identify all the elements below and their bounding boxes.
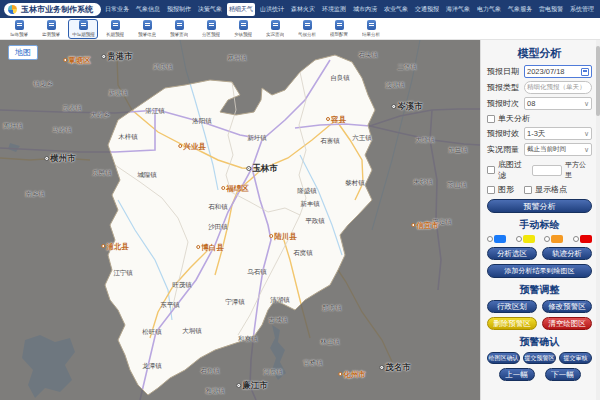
- radio-icon[interactable]: [487, 236, 493, 242]
- town-label: 林尘镇: [320, 338, 340, 347]
- county-label: 博白县: [196, 243, 224, 253]
- town-label: 石头镇: [358, 51, 378, 60]
- forecast-time-select[interactable]: 08 ∨: [524, 97, 592, 110]
- tool-item-0[interactable]: 短临预警: [4, 19, 34, 39]
- report-icon: [271, 20, 280, 30]
- radio-icon[interactable]: [573, 236, 579, 242]
- warning-color-option-0[interactable]: [487, 235, 506, 243]
- tool-item-5[interactable]: 预警查询: [164, 19, 194, 39]
- radio-icon[interactable]: [516, 236, 522, 242]
- nav-item-4[interactable]: 精细天气: [227, 3, 255, 16]
- county-marker-icon: [178, 144, 182, 148]
- report-icon: [367, 20, 376, 30]
- tool-item-7[interactable]: 乡镇预报: [228, 19, 258, 39]
- adjust-button-2[interactable]: 删除预警区: [487, 317, 537, 330]
- validity-row: 预报时效 1-3天 ∨: [487, 127, 592, 140]
- warning-confirm-title: 预警确认: [487, 335, 592, 349]
- nav-item-12[interactable]: 电力气象: [475, 3, 503, 16]
- single-day-checkbox[interactable]: [487, 115, 495, 123]
- city-label: 廉江市: [236, 380, 268, 392]
- map-layer-button[interactable]: 地图: [8, 45, 38, 60]
- manual-button-0[interactable]: 分析选区: [487, 247, 537, 260]
- county-marker-icon: [338, 372, 342, 376]
- town-label: 自良镇: [330, 74, 350, 83]
- filter-input[interactable]: [532, 165, 562, 176]
- warning-color-option-2[interactable]: [544, 235, 563, 243]
- town-label: 清湖镇: [270, 296, 290, 305]
- nav-item-8[interactable]: 城市内涝: [351, 3, 379, 16]
- forecast-date-input[interactable]: 2023/07/18: [524, 65, 592, 78]
- calendar-icon[interactable]: [581, 68, 589, 76]
- confirm-button-0[interactable]: 绘图区确认: [487, 352, 520, 364]
- nav-item-0[interactable]: 日常业务: [103, 3, 131, 16]
- nav-item-9[interactable]: 农业气象: [382, 3, 410, 16]
- confirm-button-2[interactable]: 提交审核: [559, 352, 592, 364]
- town-label: 乐民镇: [92, 169, 112, 178]
- report-icon: [143, 20, 152, 30]
- tool-item-2[interactable]: 中短期预报: [68, 19, 98, 39]
- nav-item-14[interactable]: 雷电预警: [537, 3, 565, 16]
- manual-button-1[interactable]: 轨迹分析: [542, 247, 592, 260]
- adjust-button-3[interactable]: 清空绘图区: [542, 317, 592, 330]
- confirm-button-1[interactable]: 提交预警区: [523, 352, 556, 364]
- town-label: 加益镇: [448, 146, 468, 155]
- county-label: 兴业县: [178, 142, 206, 152]
- city-marker-icon: [44, 156, 49, 161]
- county-marker-icon: [326, 117, 330, 121]
- town-label: 大垌镇: [182, 327, 202, 336]
- adjust-button-0[interactable]: 行政区划: [487, 300, 537, 313]
- frame-nav-button-1[interactable]: 下一幅: [545, 368, 581, 381]
- town-label: 南乡镇: [25, 190, 45, 199]
- tool-item-1[interactable]: 监测预警: [36, 19, 66, 39]
- validity-label: 预报时效: [487, 128, 524, 139]
- forecast-time-row: 预报时次 08 ∨: [487, 97, 592, 110]
- validity-select[interactable]: 1-3天 ∨: [524, 127, 592, 140]
- town-label: 湛江镇: [145, 107, 165, 116]
- county-label: 覃塘区: [63, 56, 91, 66]
- confirm-buttons: 绘图区确认提交预警区提交审核: [487, 352, 592, 364]
- nav-item-10[interactable]: 交通预报: [413, 3, 441, 16]
- town-label: 江宁镇: [113, 269, 133, 278]
- filter-checkbox[interactable]: [487, 166, 495, 174]
- scrollbar-thumb[interactable]: [596, 46, 600, 116]
- tool-item-11[interactable]: 结果分析: [356, 19, 386, 39]
- warning-color-option-3[interactable]: [573, 235, 592, 243]
- town-label: 波塘镇: [385, 81, 405, 90]
- nav-item-13[interactable]: 气象服务: [506, 3, 534, 16]
- nav-item-3[interactable]: 决策气象: [196, 3, 224, 16]
- tool-label: 分区预报: [202, 31, 220, 36]
- tool-label: 乡镇预报: [234, 31, 252, 36]
- frame-nav-button-0[interactable]: 上一幅: [499, 368, 535, 381]
- grid-checkbox[interactable]: [524, 186, 532, 194]
- warning-analyze-button[interactable]: 预警分析: [487, 199, 592, 213]
- map-canvas[interactable]: 麻垌镇武乐镇镇龙乡新塘镇云表镇大岭乡湛江镇洛阳镇陶圩镇马岭镇木梓镇乐民镇南乡镇城…: [0, 40, 480, 400]
- nav-item-2[interactable]: 预报制作: [165, 3, 193, 16]
- nav-item-1[interactable]: 气象信息: [134, 3, 162, 16]
- sub-toolbar: 短临预警监测预警中短期预报长期预报预警信息预警查询分区预报乡镇预报实况查询气候分…: [0, 18, 600, 40]
- city-label: 玉林市: [246, 163, 278, 175]
- town-label: 新塘镇: [108, 89, 128, 98]
- town-label: 河唇镇: [263, 368, 283, 377]
- nav-item-5[interactable]: 山洪统计: [258, 3, 286, 16]
- nav-item-6[interactable]: 森林火灾: [289, 3, 317, 16]
- radio-icon[interactable]: [544, 236, 550, 242]
- tool-item-10[interactable]: 模型配置: [324, 19, 354, 39]
- adjust-button-1[interactable]: 修改预警区: [542, 300, 592, 313]
- town-label: 石寨镇: [320, 137, 340, 146]
- graph-checkbox[interactable]: [487, 186, 495, 194]
- panel-scrollbar[interactable]: [596, 40, 600, 400]
- add-result-button[interactable]: 添加分析结果到绘图区: [487, 264, 592, 278]
- rain-select[interactable]: 截止当前时间 ∨: [524, 143, 592, 156]
- tool-item-8[interactable]: 实况查询: [260, 19, 290, 39]
- tool-item-9[interactable]: 气候分析: [292, 19, 322, 39]
- app-title: 玉林市业务制作系统: [21, 4, 93, 15]
- tool-item-3[interactable]: 长期预报: [100, 19, 130, 39]
- nav-item-7[interactable]: 环境监测: [320, 3, 348, 16]
- town-label: 平政镇: [305, 217, 325, 226]
- nav-item-15[interactable]: 系统管理: [568, 3, 596, 16]
- nav-item-11[interactable]: 海洋气象: [444, 3, 472, 16]
- forecast-type-label: 预报类型: [487, 82, 524, 93]
- warning-color-option-1[interactable]: [516, 235, 535, 243]
- tool-item-6[interactable]: 分区预报: [196, 19, 226, 39]
- tool-item-4[interactable]: 预警信息: [132, 19, 162, 39]
